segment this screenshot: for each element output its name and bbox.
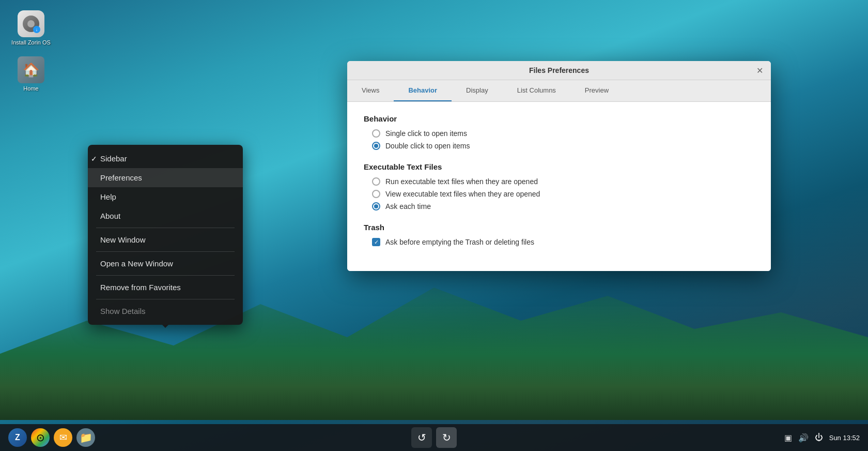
nav-refresh-button[interactable]: ↻ (436, 427, 457, 448)
files-icon: 📁 (80, 431, 92, 444)
show-details-label: Show Details (100, 307, 146, 315)
install-zorin-img: ↓ (18, 10, 44, 37)
separator-4 (96, 299, 235, 299)
single-click-label: Single click to open items (385, 129, 467, 138)
view-exec-label: View executable text files when they are… (385, 190, 540, 198)
run-exec-label: Run executable text files when they are … (385, 177, 538, 186)
double-click-option[interactable]: Double click to open items (364, 142, 754, 150)
context-menu-item-about[interactable]: About (88, 206, 243, 226)
taskbar-left: Z ⊙ ✉ 📁 (8, 428, 95, 447)
new-window-label: New Window (100, 235, 146, 244)
prefs-title: Files Preferences (529, 66, 589, 74)
download-arrow-icon: ↓ (33, 26, 40, 33)
tab-display[interactable]: Display (452, 80, 503, 101)
context-menu: ✓ Sidebar Preferences Help About New Win… (88, 145, 243, 325)
desktop-icons-area: ↓ Install Zorin OS 🏠 Home (10, 10, 52, 92)
back-icon: ↺ (417, 431, 426, 444)
help-label: Help (100, 192, 116, 201)
prefs-tabs: Views Behavior Display List Columns Prev… (347, 80, 771, 102)
prefs-titlebar: Files Preferences ✕ (347, 61, 771, 80)
prefs-content: Behavior Single click to open items Doub… (347, 102, 771, 271)
executable-section-title: Executable Text Files (364, 162, 754, 171)
home-label: Home (23, 85, 38, 92)
double-click-label: Double click to open items (385, 142, 470, 150)
tab-views[interactable]: Views (347, 80, 394, 101)
separator-1 (96, 228, 235, 228)
run-exec-option[interactable]: Run executable text files when they are … (364, 177, 754, 186)
context-menu-item-new-window[interactable]: New Window (88, 230, 243, 249)
power-icon[interactable]: ⏻ (815, 433, 823, 442)
email-icon: ✉ (59, 432, 67, 443)
context-menu-item-help[interactable]: Help (88, 187, 243, 206)
email-button[interactable]: ✉ (54, 428, 72, 447)
sidebar-label: Sidebar (100, 154, 127, 163)
trash-section-title: Trash (364, 223, 754, 232)
single-click-option[interactable]: Single click to open items (364, 129, 754, 138)
context-menu-item-open-new-window[interactable]: Open a New Window (88, 254, 243, 273)
tab-list-columns[interactable]: List Columns (503, 80, 570, 101)
ask-trash-checkbox[interactable]: ✓ (372, 238, 380, 246)
nav-back-button[interactable]: ↺ (411, 427, 432, 448)
home-folder-img: 🏠 (18, 56, 44, 83)
zorin-icon: Z (15, 433, 20, 442)
open-new-window-label: Open a New Window (100, 259, 173, 268)
install-zorin-icon[interactable]: ↓ Install Zorin OS (10, 10, 52, 46)
chrome-icon: ⊙ (36, 431, 45, 444)
context-menu-item-show-details[interactable]: Show Details (88, 302, 243, 321)
remove-favorites-label: Remove from Favorites (100, 283, 181, 292)
about-label: About (100, 212, 120, 220)
zorin-menu-button[interactable]: Z (8, 428, 27, 447)
home-folder-icon[interactable]: 🏠 Home (10, 56, 52, 92)
taskbar-center: ↺ ↻ (411, 427, 457, 448)
behavior-section: Behavior Single click to open items Doub… (364, 114, 754, 150)
view-exec-option[interactable]: View executable text files when they are… (364, 190, 754, 198)
executable-section: Executable Text Files Run executable tex… (364, 162, 754, 211)
trash-section: Trash ✓ Ask before emptying the Trash or… (364, 223, 754, 246)
taskbar-right: ▣ 🔊 ⏻ Sun 13:52 (784, 433, 860, 443)
context-menu-item-remove-favorites[interactable]: Remove from Favorites (88, 278, 243, 297)
install-zorin-label: Install Zorin OS (11, 39, 51, 46)
single-click-radio[interactable] (372, 129, 380, 138)
screen-icon[interactable]: ▣ (784, 433, 792, 443)
taskbar: Z ⊙ ✉ 📁 ↺ ↻ ▣ 🔊 ⏻ Sun 13:52 (0, 424, 868, 451)
separator-2 (96, 251, 235, 252)
ask-each-radio[interactable] (372, 202, 380, 211)
ask-trash-label: Ask before emptying the Trash or deletin… (385, 238, 534, 246)
separator-3 (96, 275, 235, 276)
refresh-icon: ↻ (442, 431, 451, 444)
double-click-radio[interactable] (372, 142, 380, 150)
behavior-section-title: Behavior (364, 114, 754, 123)
preferences-label: Preferences (100, 173, 142, 182)
tab-preview[interactable]: Preview (570, 80, 623, 101)
ask-trash-option[interactable]: ✓ Ask before emptying the Trash or delet… (364, 238, 754, 246)
chrome-button[interactable]: ⊙ (31, 428, 50, 447)
close-button[interactable]: ✕ (754, 65, 765, 76)
view-exec-radio[interactable] (372, 190, 380, 198)
ask-each-label: Ask each time (385, 202, 431, 211)
prefs-window: Files Preferences ✕ Views Behavior Displ… (347, 61, 771, 271)
files-button[interactable]: 📁 (76, 428, 95, 447)
sidebar-checkmark: ✓ (91, 155, 97, 163)
volume-icon[interactable]: 🔊 (798, 433, 809, 443)
context-menu-item-sidebar[interactable]: ✓ Sidebar (88, 149, 243, 168)
ask-each-option[interactable]: Ask each time (364, 202, 754, 211)
datetime: Sun 13:52 (829, 434, 860, 442)
context-menu-item-preferences[interactable]: Preferences (88, 168, 243, 187)
run-exec-radio[interactable] (372, 177, 380, 186)
tab-behavior[interactable]: Behavior (394, 80, 452, 101)
